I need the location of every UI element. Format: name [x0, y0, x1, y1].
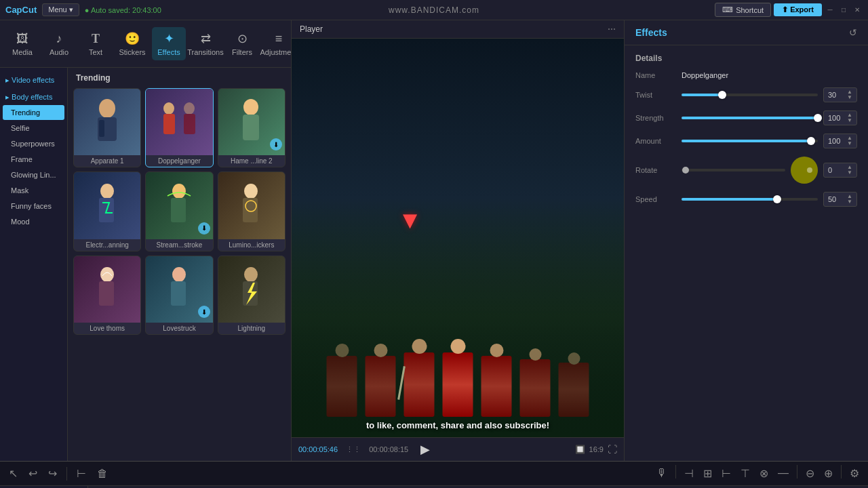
effect-name-hameline2: Hame ...line 2	[218, 155, 285, 167]
aspect-ratio-btn[interactable]: 🔲	[575, 445, 585, 454]
twist-slider-track[interactable]	[682, 94, 818, 96]
twist-slider-thumb[interactable]	[718, 91, 726, 99]
tool-adjustment[interactable]: ≡ Adjustment	[262, 28, 296, 60]
tool-media[interactable]: 🖼 Media	[5, 28, 39, 60]
tool-effects-label: Effects	[157, 48, 180, 56]
rotate-number: 0	[828, 166, 832, 174]
strength-value[interactable]: 100 ▲ ▼	[823, 110, 857, 125]
effect-download-stream[interactable]: ⬇	[198, 222, 210, 235]
refresh-button[interactable]: ↺	[849, 27, 857, 38]
clip-unlink[interactable]: —	[774, 465, 792, 482]
video-scene: ▼ to like, comment, share and also subsc…	[292, 39, 624, 437]
effect-card-lightning[interactable]: Lightning	[218, 256, 285, 335]
twist-down[interactable]: ▼	[847, 95, 852, 100]
effect-download-lovestruck[interactable]: ⬇	[198, 306, 210, 318]
speed-down[interactable]: ▼	[847, 199, 852, 205]
toolbar-separator-2	[675, 465, 676, 479]
tool-transitions-label: Transitions	[187, 48, 223, 56]
category-funny[interactable]: Funny faces	[3, 199, 64, 214]
effect-card-electr[interactable]: Electr...anning	[73, 171, 141, 251]
rotate-value[interactable]: 0 ▲ ▼	[823, 163, 857, 178]
category-frame[interactable]: Frame	[3, 152, 64, 167]
amount-slider-track[interactable]	[682, 140, 818, 142]
speed-slider-track[interactable]	[682, 198, 818, 201]
body-effects-header[interactable]: ▸ Body effects	[0, 90, 67, 104]
effect-card-lovestruck[interactable]: Lovestruck ⬇	[145, 256, 213, 335]
mic-tool[interactable]: 🎙	[653, 465, 671, 482]
svg-rect-19	[171, 281, 186, 306]
svg-rect-12	[171, 198, 186, 222]
effect-card-hameline2[interactable]: Hame ...line 2 ⬇	[218, 88, 285, 167]
clip-align-center[interactable]: ⊞	[700, 465, 715, 482]
select-tool[interactable]: ↖	[5, 465, 21, 482]
category-trending[interactable]: Trending	[3, 105, 64, 120]
effect-card-apparate1[interactable]: Apparate 1	[73, 88, 141, 167]
svg-point-18	[172, 267, 186, 282]
category-superpowers[interactable]: Superpowers	[3, 136, 64, 151]
category-selfie[interactable]: Selfie	[3, 121, 64, 136]
speed-slider-thumb[interactable]	[773, 195, 781, 203]
clip-split-2[interactable]: ⊤	[737, 465, 753, 482]
zoom-out[interactable]: ⊖	[802, 465, 818, 482]
tool-audio[interactable]: ♪ Audio	[42, 28, 76, 60]
split-tool[interactable]: ⊢	[73, 465, 90, 482]
minimize-button[interactable]: ─	[825, 5, 835, 16]
main-app: 🖼 Media ♪ Audio T Text 🙂 Stickers ✦ Effe…	[0, 20, 868, 461]
video-effects-header[interactable]: ▸ Video effects	[0, 73, 67, 87]
clip-align-left[interactable]: ⊣	[681, 465, 697, 482]
right-panel: Effects ↺ Details Name Doppelganger Twis…	[624, 20, 868, 461]
effect-name-lovestruck: Lovestruck	[146, 323, 212, 334]
effect-card-stream[interactable]: Stream...stroke ⬇	[145, 171, 213, 251]
tool-effects[interactable]: ✦ Effects	[152, 27, 186, 60]
video-effects-group: ▸ Video effects	[0, 73, 67, 87]
delete-tool[interactable]: 🗑	[94, 466, 111, 482]
speed-label: Speed	[635, 195, 676, 203]
undo-tool[interactable]: ↩	[25, 465, 41, 482]
fullscreen-btn[interactable]: ⛶	[608, 444, 617, 455]
effect-card-lumino[interactable]: Lumino...ickers	[218, 171, 285, 251]
category-glowing[interactable]: Glowing Lin...	[3, 167, 64, 182]
zoom-in[interactable]: ⊕	[821, 465, 836, 482]
video-effects-label: ▸ Video effects	[5, 76, 54, 85]
video-subtitle: to like, comment, share and also subscri…	[366, 420, 549, 430]
effect-card-doppelganger[interactable]: Doppelganger	[145, 88, 213, 167]
keyboard-icon: ⌨	[722, 5, 733, 14]
rotate-down[interactable]: ▼	[847, 170, 852, 176]
redo-tool[interactable]: ↪	[45, 465, 60, 482]
strength-down[interactable]: ▼	[847, 118, 852, 123]
maximize-button[interactable]: □	[838, 5, 849, 16]
svg-point-7	[243, 99, 258, 115]
play-button[interactable]: ▶	[420, 442, 430, 457]
export-button[interactable]: ⬆ Export	[774, 3, 822, 16]
amount-slider-thumb[interactable]	[807, 137, 815, 145]
amount-down[interactable]: ▼	[847, 141, 852, 146]
amount-value[interactable]: 100 ▲ ▼	[823, 134, 857, 148]
strength-slider-track[interactable]	[682, 117, 818, 119]
rotate-dial[interactable]	[791, 157, 818, 184]
twist-value[interactable]: 30 ▲ ▼	[823, 87, 857, 102]
shortcut-button[interactable]: ⌨ Shortcut	[715, 3, 771, 17]
settings-tool[interactable]: ⚙	[846, 465, 863, 482]
effects-grid: Apparate 1 Doppelganger	[73, 88, 285, 335]
effect-name-value: Doppelganger	[682, 71, 728, 79]
left-panel: 🖼 Media ♪ Audio T Text 🙂 Stickers ✦ Effe…	[0, 20, 292, 461]
category-mask[interactable]: Mask	[3, 183, 64, 198]
close-button[interactable]: ✕	[852, 5, 863, 16]
menu-button[interactable]: Menu ▾	[42, 3, 79, 16]
effect-card-lovethoms[interactable]: Love thoms	[73, 256, 141, 335]
timeline: ↖ ↩ ↪ ⊢ 🗑 🎙 ⊣ ⊞ ⊢ ⊤ ⊗ — ⊖ ⊕ ⚙	[0, 461, 868, 488]
clip-link[interactable]: ⊗	[756, 465, 772, 482]
tool-transitions[interactable]: ⇄ Transitions	[189, 27, 222, 60]
tool-filters[interactable]: ⊙ Filters	[225, 27, 259, 60]
tool-text[interactable]: T Text	[79, 28, 113, 60]
speed-value[interactable]: 50 ▲ ▼	[823, 192, 857, 207]
clip-align-right[interactable]: ⊢	[718, 465, 734, 482]
player-menu-icon[interactable]: ⋯	[608, 24, 616, 34]
strength-slider-thumb[interactable]	[814, 114, 822, 122]
effect-name-lumino: Lumino...ickers	[218, 239, 285, 251]
rotate-left-track[interactable]	[682, 169, 785, 171]
rotate-left-thumb[interactable]	[682, 167, 689, 174]
category-mood[interactable]: Mood	[3, 214, 64, 229]
twist-label: Twist	[635, 91, 676, 99]
tool-stickers[interactable]: 🙂 Stickers	[115, 27, 149, 60]
